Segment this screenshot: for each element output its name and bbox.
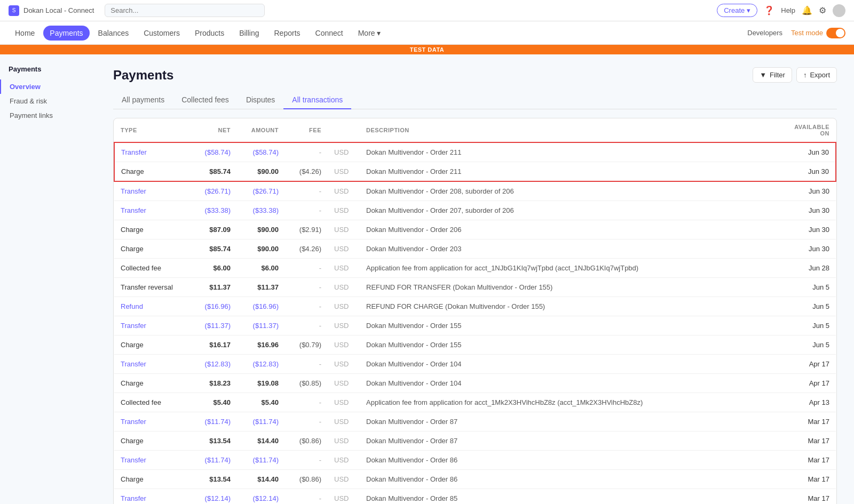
cell-fee: ($0.86) — [285, 431, 328, 451]
cell-description: Dokan Multivendor - Order 155 — [360, 316, 777, 335]
cell-description: Dokan Multivendor - Order 104 — [360, 374, 777, 393]
test-banner: TEST DATA — [0, 45, 854, 54]
table-row[interactable]: Transfer ($33.38) ($33.38) - USD Dokan M… — [114, 201, 836, 220]
cell-currency: USD — [328, 220, 360, 239]
sidebar-item-payment-links[interactable]: Payment links — [0, 108, 96, 123]
cell-type[interactable]: Transfer — [114, 355, 189, 374]
table-row[interactable]: Charge $85.74 $90.00 ($4.26) USD Dokan M… — [114, 239, 836, 259]
nav-customers[interactable]: Customers — [137, 26, 186, 41]
table-row[interactable]: Transfer ($11.74) ($11.74) - USD Dokan M… — [114, 412, 836, 431]
test-mode-toggle[interactable]: Test mode — [791, 28, 845, 38]
sidebar-item-fraud-risk[interactable]: Fraud & risk — [0, 94, 96, 108]
cell-net: ($33.38) — [189, 201, 237, 220]
cell-fee: ($0.86) — [285, 470, 328, 489]
cell-available: Mar 17 — [777, 489, 836, 505]
cell-type: Charge — [114, 239, 189, 259]
cell-currency: USD — [328, 239, 360, 259]
help-icon[interactable]: ❓ — [764, 5, 774, 15]
cell-net: ($58.74) — [189, 142, 237, 162]
cell-description: Dokan Multivendor - Order 207, suborder … — [360, 201, 777, 220]
table-row[interactable]: Refund ($16.96) ($16.96) - USD REFUND FO… — [114, 297, 836, 316]
help-label[interactable]: Help — [781, 6, 795, 14]
cell-available: Mar 17 — [777, 431, 836, 451]
cell-type[interactable]: Transfer — [114, 412, 189, 431]
tabs: All payments Collected fees Disputes All… — [113, 91, 837, 109]
highlighted-row-bottom[interactable]: Charge $85.74 $90.00 ($4.26) USD Dokan M… — [114, 162, 836, 182]
cell-fee: - — [285, 489, 328, 505]
cell-net: ($11.74) — [189, 451, 237, 470]
cell-type[interactable]: Refund — [114, 297, 189, 316]
search-input[interactable] — [105, 4, 265, 17]
gear-icon[interactable]: ⚙ — [819, 5, 826, 15]
table-row[interactable]: Charge $18.23 $19.08 ($0.85) USD Dokan M… — [114, 374, 836, 393]
main-layout: Payments Overview Fraud & risk Payment l… — [0, 54, 854, 504]
cell-currency: USD — [328, 316, 360, 335]
header-actions: ▼ Filter ↑ Export — [753, 67, 837, 83]
cell-net: ($12.14) — [189, 489, 237, 505]
cell-fee: - — [285, 142, 328, 162]
app-logo[interactable]: S Dokan Local - Connect — [9, 5, 94, 16]
table-row[interactable]: Collected fee $5.40 $5.40 - USD Applicat… — [114, 393, 836, 412]
cell-available: Jun 30 — [777, 220, 836, 239]
cell-fee: - — [285, 316, 328, 335]
cell-description: Dokan Multivendor - Order 87 — [360, 412, 777, 431]
developers-button[interactable]: Developers — [747, 29, 782, 37]
table-row[interactable]: Charge $16.17 $16.96 ($0.79) USD Dokan M… — [114, 335, 836, 355]
cell-type[interactable]: Transfer — [114, 451, 189, 470]
tab-collected-fees[interactable]: Collected fees — [173, 91, 238, 109]
logo-icon: S — [9, 5, 19, 16]
cell-fee: ($0.85) — [285, 374, 328, 393]
nav-products[interactable]: Products — [188, 26, 231, 41]
table-row[interactable]: Transfer ($11.74) ($11.74) - USD Dokan M… — [114, 451, 836, 470]
filter-button[interactable]: ▼ Filter — [753, 67, 792, 83]
create-button[interactable]: Create ▾ — [717, 4, 757, 17]
table-row[interactable]: Transfer ($12.83) ($12.83) - USD Dokan M… — [114, 355, 836, 374]
table-row[interactable]: Charge $13.54 $14.40 ($0.86) USD Dokan M… — [114, 470, 836, 489]
sidebar-item-overview[interactable]: Overview — [0, 79, 96, 94]
table-row[interactable]: Transfer ($12.14) ($12.14) - USD Dokan M… — [114, 489, 836, 505]
cell-fee: - — [285, 393, 328, 412]
cell-type[interactable]: Transfer — [114, 316, 189, 335]
cell-description: Application fee from application for acc… — [360, 393, 777, 412]
highlighted-row-top[interactable]: Transfer ($58.74) ($58.74) - USD Dokan M… — [114, 142, 836, 162]
toggle-switch[interactable] — [826, 28, 845, 38]
nav-reports[interactable]: Reports — [268, 26, 307, 41]
cell-available: Mar 17 — [777, 470, 836, 489]
table-row[interactable]: Charge $87.09 $90.00 ($2.91) USD Dokan M… — [114, 220, 836, 239]
bell-icon[interactable]: 🔔 — [802, 5, 812, 15]
nav-connect[interactable]: Connect — [309, 26, 350, 41]
avatar[interactable] — [833, 4, 845, 17]
cell-type[interactable]: Transfer — [114, 201, 189, 220]
cell-available: Jun 30 — [777, 201, 836, 220]
cell-type: Charge — [114, 431, 189, 451]
tab-disputes[interactable]: Disputes — [238, 91, 283, 109]
table-row[interactable]: Transfer ($11.37) ($11.37) - USD Dokan M… — [114, 316, 836, 335]
table-row[interactable]: Transfer reversal $11.37 $11.37 - USD RE… — [114, 278, 836, 297]
export-button[interactable]: ↑ Export — [796, 67, 837, 83]
cell-available: Jun 30 — [777, 181, 836, 201]
nav-payments[interactable]: Payments — [43, 26, 89, 41]
table-row[interactable]: Collected fee $6.00 $6.00 - USD Applicat… — [114, 259, 836, 278]
chevron-down-icon: ▾ — [747, 6, 750, 14]
cell-currency: USD — [328, 297, 360, 316]
nav-home[interactable]: Home — [9, 26, 41, 41]
cell-currency: USD — [328, 201, 360, 220]
col-header-amount: AMOUNT — [237, 118, 285, 142]
cell-type[interactable]: Transfer — [114, 489, 189, 505]
cell-currency: USD — [328, 470, 360, 489]
cell-available: Jun 5 — [777, 278, 836, 297]
cell-net: ($11.74) — [189, 412, 237, 431]
cell-fee: - — [285, 278, 328, 297]
tab-all-transactions[interactable]: All transactions — [283, 91, 351, 109]
nav-balances[interactable]: Balances — [92, 26, 136, 41]
cell-type[interactable]: Transfer — [114, 142, 189, 162]
cell-currency: USD — [328, 412, 360, 431]
col-header-net: NET — [189, 118, 237, 142]
tab-all-payments[interactable]: All payments — [113, 91, 173, 109]
cell-type[interactable]: Transfer — [114, 181, 189, 201]
nav-more[interactable]: More ▾ — [352, 26, 387, 41]
cell-description: Dokan Multivendor - Order 86 — [360, 451, 777, 470]
table-row[interactable]: Transfer ($26.71) ($26.71) - USD Dokan M… — [114, 181, 836, 201]
table-row[interactable]: Charge $13.54 $14.40 ($0.86) USD Dokan M… — [114, 431, 836, 451]
nav-billing[interactable]: Billing — [233, 26, 265, 41]
